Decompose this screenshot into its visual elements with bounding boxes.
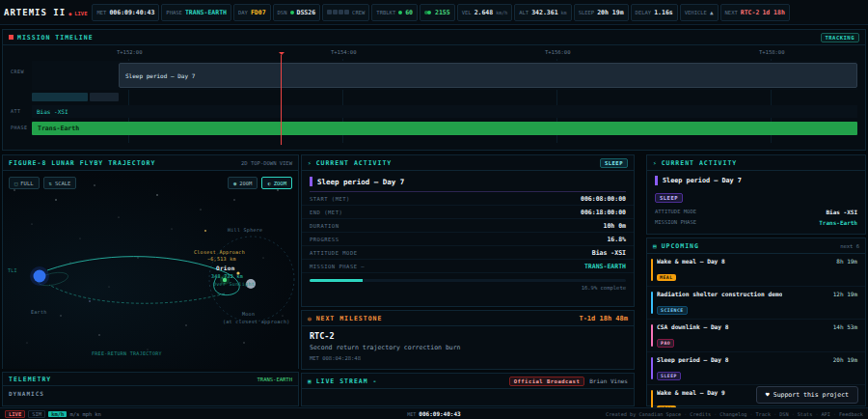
sleep-value: 20h 19m	[597, 9, 623, 16]
app-title: ARTEMIS II	[4, 8, 66, 17]
phase-chip: PHASE TRANS-EARTH	[161, 4, 231, 21]
velocity-unit: km/h	[496, 10, 507, 15]
footer-link-changelog[interactable]: Changelog	[711, 411, 746, 417]
viewers-count: 2155	[435, 9, 450, 16]
list-icon: ▤	[653, 242, 658, 249]
footer-link-credits[interactable]: Credits	[681, 411, 711, 417]
unit-kn-toggle[interactable]: kn	[95, 411, 101, 417]
live-stream-title: LIVE STREAM -	[316, 377, 378, 385]
support-project-button[interactable]: ♥ Support this project	[756, 386, 858, 404]
dsn-label: DSN	[278, 10, 287, 15]
upcoming-item[interactable]: Radiation shelter construction demo 12h …	[647, 287, 865, 320]
row-label: PROGRESS	[310, 237, 339, 242]
met-label: MET	[96, 10, 106, 15]
live-stream-panel[interactable]: ▣ LIVE STREAM - Official Broadcast Brian…	[301, 373, 635, 406]
app-brand: ARTEMIS II ● LIVE	[4, 8, 87, 17]
tracking-toggle[interactable]: TRACKING	[821, 33, 860, 42]
row-label: DURATION	[310, 223, 339, 229]
current-activity-side-panel: ⚡ CURRENT ACTIVITY Sleep period — Day 7 …	[646, 154, 866, 235]
free-return-label: FREE-RETURN TRAJECTORY	[92, 350, 162, 356]
row-value: 10h 0m	[604, 222, 626, 230]
altitude-value: 342.361	[531, 9, 557, 16]
top-status-bar: ARTEMIS II ● LIVE MET 006:09:40:43 PHASE…	[0, 0, 868, 25]
live-dot-icon: ●	[68, 11, 71, 16]
phase-timeline-bar: Trans-Earth	[32, 122, 857, 135]
trblkt-label: TRBLKT	[376, 10, 395, 15]
row-label: MISSION PHASE	[655, 219, 696, 226]
zoom-button[interactable]: ◐ ZOOM	[261, 177, 292, 189]
scale-view-label: SCALE	[55, 181, 71, 186]
day-label: DAY	[238, 10, 248, 15]
upcoming-item[interactable]: Sleep period — Day 8 20h 19m SLEEP	[647, 352, 865, 385]
side-attitude-row: ATTITUDE MODE Bias -XSI	[655, 207, 857, 217]
unit-mph-toggle[interactable]: mph	[82, 411, 92, 417]
footer-live-toggle[interactable]: LIVE	[5, 410, 25, 418]
upcoming-item-badge: MEAL	[657, 274, 676, 281]
mission-phase-label: MISSION PHASE —	[310, 264, 365, 269]
telemetry-phase: TRANS-EARTH	[258, 377, 292, 382]
footer-link-feedback[interactable]: Feedback	[830, 411, 863, 417]
vehicle-chip[interactable]: VEHICLE ▲	[680, 4, 719, 21]
footer-link-track[interactable]: Track	[746, 411, 771, 417]
footer-met: MET 006:09:40:43	[407, 410, 460, 417]
upcoming-next-label: next 6	[840, 243, 859, 249]
footer-link-stats[interactable]: Stats	[789, 411, 813, 417]
row-value: 16.8%	[607, 236, 626, 243]
attitude-history-segment	[32, 93, 88, 101]
activity-accent-bar	[655, 176, 658, 185]
scale-view-button[interactable]: ⇅ SCALE	[43, 177, 77, 189]
side-phase-row: MISSION PHASE Trans-Earth	[655, 217, 857, 228]
met-value: 006:09:40:43	[109, 9, 154, 16]
scale-icon: ⇅	[49, 181, 52, 186]
unit-ms-toggle[interactable]: m/s	[69, 411, 79, 417]
altitude-unit: km	[561, 10, 567, 15]
phase-label: PHASE	[166, 10, 182, 15]
upcoming-item[interactable]: Wake & meal — Day 8 8h 19m MEAL	[647, 254, 865, 287]
row-label: START (MET)	[310, 196, 350, 202]
sleep-label: SLEEP	[579, 10, 595, 15]
footer-link-dsn[interactable]: DSN	[771, 411, 789, 417]
next-value: RTC-2	[741, 9, 760, 16]
dsn-status-dot-icon	[290, 11, 294, 14]
timeline-tick: T+152:00	[117, 49, 143, 55]
footer-met-label: MET	[407, 411, 416, 417]
trajectory-view-label: 2D TOP-DOWN VIEW	[241, 160, 292, 166]
upcoming-item[interactable]: CSA downlink — Day 8 14h 53m PAO	[647, 320, 865, 352]
mission-phase-value: TRANS-EARTH	[584, 263, 626, 270]
trajectory-canvas[interactable]: □ FULL ⇅ SCALE ● 200M ◐ ZOOM	[3, 171, 298, 369]
activity-row-phase: MISSION PHASE — TRANS-EARTH	[302, 260, 634, 273]
starfield	[14, 184, 283, 349]
att-row-label: ATT	[11, 108, 21, 114]
velocity-label: VEL	[462, 10, 472, 15]
timeline-body: CREW ATT PHASE T+152:00 T+154:00 T+156:0…	[32, 45, 857, 151]
crew-activity-bar-label: Sleep period — Day 7	[125, 72, 195, 79]
upcoming-item-title: Radiation shelter construction demo	[657, 291, 782, 297]
full-view-label: FULL	[20, 181, 33, 186]
current-activity-panel: ⚡ CURRENT ACTIVITY SLEEP Sleep period — …	[301, 154, 635, 307]
zoom-icon: ◐	[267, 181, 270, 186]
closest-approach-label: Closest Approach	[194, 249, 245, 255]
range-button[interactable]: ● 200M	[228, 177, 258, 189]
unit-kmh-toggle[interactable]: km/h	[48, 411, 67, 417]
crew-activity-bar[interactable]: Sleep period — Day 7	[119, 63, 857, 88]
row-value: Trans-Earth	[819, 219, 857, 226]
dsn-value: DSS26	[297, 9, 316, 16]
upcoming-item-title: Wake & meal — Day 9	[657, 389, 725, 396]
return-trajectory	[49, 285, 225, 303]
activity-icon: ⚡	[653, 159, 658, 166]
footer-sim-toggle[interactable]: SIM	[28, 410, 45, 418]
activity-progress-fill	[310, 279, 363, 282]
footer-links: Created by Canadian Space Credits Change…	[606, 411, 863, 417]
telemetry-title: TELEMETRY	[9, 376, 51, 383]
milestone-countdown: T-1d 18h 48m	[579, 315, 628, 322]
full-view-button[interactable]: □ FULL	[9, 177, 40, 189]
activity-status-badge: SLEEP	[600, 158, 628, 168]
timeline-tick: T+158:00	[759, 49, 785, 55]
row-value: 006:18:00:00	[581, 209, 626, 216]
upcoming-item-time: 14h 53m	[833, 323, 857, 330]
trblkt-value: 60	[405, 9, 413, 16]
range-label: 200M	[239, 181, 252, 186]
footer-link-api[interactable]: API	[812, 411, 830, 417]
row-label: END (MET)	[310, 210, 342, 215]
attitude-history-segment	[90, 93, 119, 101]
